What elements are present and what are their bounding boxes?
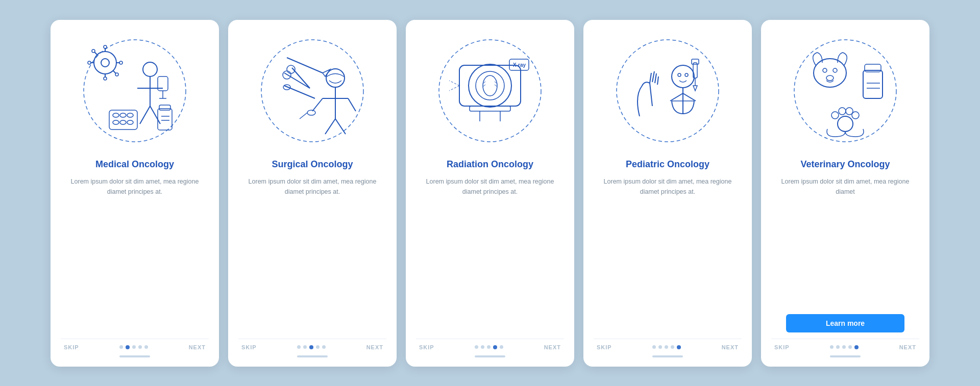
next-button[interactable]: NEXT [899,344,916,350]
svg-point-2 [101,59,109,67]
card-footer: SKIP NEXT [416,339,564,350]
card-body: Lorem ipsum dolor sit dim amet, mea regi… [238,176,386,330]
svg-point-29 [127,120,133,124]
svg-point-68 [617,40,719,142]
learn-more-button[interactable]: Learn more [786,314,904,332]
svg-point-25 [120,113,126,117]
dot-5 [854,345,859,349]
svg-point-1 [94,52,116,74]
svg-line-13 [113,71,116,73]
svg-point-88 [826,75,834,81]
svg-point-52 [439,40,541,142]
dot-1 [830,345,834,349]
card-body: Lorem ipsum dolor sit dim amet, mea regi… [61,176,209,330]
bottom-bar [297,355,328,357]
svg-point-87 [833,68,837,72]
svg-point-27 [113,120,119,124]
dot-3 [665,345,668,349]
veterinary-oncology-illustration [787,32,904,149]
dot-2 [303,345,307,349]
dot-2 [126,345,130,349]
next-button[interactable]: NEXT [544,344,561,350]
dot-4 [138,345,142,349]
svg-marker-82 [693,86,697,91]
pediatric-oncology-illustration [609,32,726,149]
skip-button[interactable]: SKIP [774,344,790,350]
card-footer: SKIP NEXT [238,339,386,350]
svg-point-85 [814,59,846,87]
card-body: Lorem ipsum dolor sit dim amet, mea regi… [771,176,919,306]
dot-1 [297,345,301,349]
svg-point-0 [84,40,186,142]
svg-point-73 [672,65,694,88]
dot-4 [493,345,497,349]
svg-point-75 [685,73,688,76]
svg-rect-31 [159,105,170,110]
dot-3 [309,345,313,349]
svg-line-48 [312,98,323,111]
bottom-bar [119,355,150,357]
card-body: Lorem ipsum dolor sit dim amet, mea regi… [594,176,742,330]
svg-point-50 [307,110,315,115]
svg-line-71 [655,73,656,83]
svg-point-43 [326,69,345,87]
svg-line-47 [335,119,346,134]
cards-container: Medical Oncology Lorem ipsum dolor sit d… [30,5,950,382]
dot-2 [836,345,840,349]
card-veterinary-oncology: Veterinary Oncology Lorem ipsum dolor si… [761,20,929,367]
card-footer: SKIP NEXT [771,339,919,350]
dot-1 [119,345,123,349]
dot-3 [132,345,136,349]
card-medical-oncology: Medical Oncology Lorem ipsum dolor sit d… [51,20,219,367]
dot-5 [322,345,326,349]
medical-oncology-illustration [76,32,193,149]
dot-2 [658,345,662,349]
card-title: Medical Oncology [95,159,174,170]
svg-point-86 [823,68,827,72]
pagination-dots [475,345,503,349]
skip-button[interactable]: SKIP [241,344,257,350]
dot-4 [671,345,674,349]
card-footer: SKIP NEXT [61,339,209,350]
next-button[interactable]: NEXT [722,344,739,350]
svg-rect-89 [863,70,883,98]
card-footer: SKIP NEXT [594,339,742,350]
bottom-bar [475,355,505,357]
next-button[interactable]: NEXT [189,344,206,350]
svg-point-15 [143,62,157,76]
svg-line-41 [284,86,315,98]
svg-line-46 [325,119,335,134]
svg-line-65 [449,86,459,91]
svg-line-69 [650,73,651,83]
next-button[interactable]: NEXT [366,344,383,350]
svg-point-94 [831,112,839,119]
dot-4 [848,345,852,349]
svg-line-72 [657,76,658,85]
bottom-bar [652,355,683,357]
svg-text:X-ray: X-ray [513,62,526,68]
card-body: Lorem ipsum dolor sit dim amet, mea regi… [416,176,564,330]
card-title: Radiation Oncology [447,159,533,170]
dot-5 [144,345,148,349]
svg-point-84 [794,40,896,142]
card-title: Pediatric Oncology [626,159,709,170]
svg-rect-30 [158,109,172,130]
svg-line-70 [652,71,654,82]
radiation-oncology-illustration: X-ray [431,32,549,149]
svg-point-24 [113,113,119,117]
svg-line-79 [683,93,696,101]
pagination-dots [652,345,681,349]
svg-point-26 [127,113,133,117]
dot-5 [500,345,503,349]
skip-button[interactable]: SKIP [419,344,434,350]
skip-button[interactable]: SKIP [597,344,612,350]
dot-5 [677,345,681,349]
dot-3 [842,345,846,349]
card-pediatric-oncology: Pediatric Oncology Lorem ipsum dolor sit… [583,20,752,367]
bottom-bar [830,355,861,357]
svg-line-11 [94,52,97,55]
svg-point-14 [115,73,118,76]
pagination-dots [119,345,148,349]
card-title: Surgical Oncology [272,159,353,170]
skip-button[interactable]: SKIP [64,344,79,350]
